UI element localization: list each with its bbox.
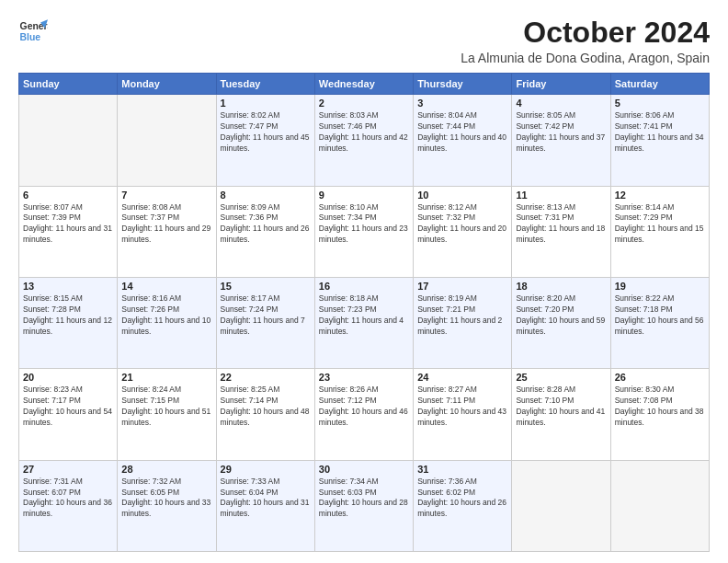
day-number: 25 [516, 372, 606, 383]
week-row-3: 13Sunrise: 8:15 AM Sunset: 7:28 PM Dayli… [19, 277, 710, 368]
day-number: 24 [417, 372, 507, 383]
day-cell: 18Sunrise: 8:20 AM Sunset: 7:20 PM Dayli… [512, 277, 610, 368]
day-number: 7 [121, 190, 211, 201]
header-row: Sunday Monday Tuesday Wednesday Thursday… [19, 74, 710, 95]
day-cell: 12Sunrise: 8:14 AM Sunset: 7:29 PM Dayli… [610, 186, 709, 277]
day-cell: 26Sunrise: 8:30 AM Sunset: 7:08 PM Dayli… [610, 369, 709, 460]
day-info: Sunrise: 8:09 AM Sunset: 7:36 PM Dayligh… [221, 202, 311, 247]
day-cell [19, 95, 118, 186]
day-info: Sunrise: 8:13 AM Sunset: 7:31 PM Dayligh… [516, 202, 606, 247]
week-row-5: 27Sunrise: 7:31 AM Sunset: 6:07 PM Dayli… [19, 460, 710, 551]
day-cell: 1Sunrise: 8:02 AM Sunset: 7:47 PM Daylig… [216, 95, 314, 186]
week-row-4: 20Sunrise: 8:23 AM Sunset: 7:17 PM Dayli… [19, 369, 710, 460]
day-info: Sunrise: 8:10 AM Sunset: 7:34 PM Dayligh… [319, 202, 409, 247]
day-cell: 28Sunrise: 7:32 AM Sunset: 6:05 PM Dayli… [118, 460, 216, 551]
day-cell: 21Sunrise: 8:24 AM Sunset: 7:15 PM Dayli… [118, 369, 216, 460]
day-info: Sunrise: 8:08 AM Sunset: 7:37 PM Dayligh… [121, 202, 211, 247]
col-monday: Monday [118, 74, 216, 95]
day-number: 3 [417, 98, 507, 109]
day-cell: 23Sunrise: 8:26 AM Sunset: 7:12 PM Dayli… [314, 369, 413, 460]
day-cell: 27Sunrise: 7:31 AM Sunset: 6:07 PM Dayli… [19, 460, 118, 551]
month-title: October 2024 [461, 17, 710, 49]
day-info: Sunrise: 8:20 AM Sunset: 7:20 PM Dayligh… [516, 293, 606, 338]
day-info: Sunrise: 8:16 AM Sunset: 7:26 PM Dayligh… [121, 293, 211, 338]
logo: General Blue [18, 17, 48, 46]
day-number: 31 [417, 464, 507, 475]
day-cell: 11Sunrise: 8:13 AM Sunset: 7:31 PM Dayli… [512, 186, 610, 277]
col-thursday: Thursday [414, 74, 512, 95]
day-number: 28 [121, 464, 211, 475]
day-info: Sunrise: 7:36 AM Sunset: 6:02 PM Dayligh… [417, 477, 507, 521]
calendar-table: Sunday Monday Tuesday Wednesday Thursday… [18, 73, 710, 552]
day-info: Sunrise: 8:18 AM Sunset: 7:23 PM Dayligh… [319, 293, 409, 338]
day-number: 5 [615, 98, 705, 109]
page: General Blue October 2024 La Almunia de … [0, 0, 728, 563]
day-cell: 10Sunrise: 8:12 AM Sunset: 7:32 PM Dayli… [414, 186, 512, 277]
day-number: 9 [319, 190, 409, 201]
week-row-1: 1Sunrise: 8:02 AM Sunset: 7:47 PM Daylig… [19, 95, 710, 186]
day-cell [512, 460, 610, 551]
day-cell: 29Sunrise: 7:33 AM Sunset: 6:04 PM Dayli… [216, 460, 314, 551]
day-cell: 25Sunrise: 8:28 AM Sunset: 7:10 PM Dayli… [512, 369, 610, 460]
day-info: Sunrise: 8:28 AM Sunset: 7:10 PM Dayligh… [516, 385, 606, 429]
day-number: 14 [121, 281, 211, 292]
day-info: Sunrise: 8:07 AM Sunset: 7:39 PM Dayligh… [23, 202, 113, 247]
day-cell: 2Sunrise: 8:03 AM Sunset: 7:46 PM Daylig… [314, 95, 413, 186]
day-cell: 6Sunrise: 8:07 AM Sunset: 7:39 PM Daylig… [19, 186, 118, 277]
col-sunday: Sunday [19, 74, 118, 95]
col-tuesday: Tuesday [216, 74, 314, 95]
day-number: 2 [319, 98, 409, 109]
day-info: Sunrise: 8:27 AM Sunset: 7:11 PM Dayligh… [417, 385, 507, 429]
day-number: 10 [417, 190, 507, 201]
day-cell: 13Sunrise: 8:15 AM Sunset: 7:28 PM Dayli… [19, 277, 118, 368]
day-info: Sunrise: 7:31 AM Sunset: 6:07 PM Dayligh… [23, 477, 113, 521]
title-area: October 2024 La Almunia de Dona Godina, … [461, 17, 710, 65]
day-cell [610, 460, 709, 551]
day-number: 23 [319, 372, 409, 383]
day-info: Sunrise: 7:34 AM Sunset: 6:03 PM Dayligh… [319, 477, 409, 521]
day-number: 12 [615, 190, 705, 201]
day-cell: 30Sunrise: 7:34 AM Sunset: 6:03 PM Dayli… [314, 460, 413, 551]
day-number: 6 [23, 190, 113, 201]
day-info: Sunrise: 8:06 AM Sunset: 7:41 PM Dayligh… [615, 110, 705, 155]
day-cell: 24Sunrise: 8:27 AM Sunset: 7:11 PM Dayli… [414, 369, 512, 460]
day-number: 18 [516, 281, 606, 292]
day-number: 4 [516, 98, 606, 109]
day-cell: 8Sunrise: 8:09 AM Sunset: 7:36 PM Daylig… [216, 186, 314, 277]
day-cell: 5Sunrise: 8:06 AM Sunset: 7:41 PM Daylig… [610, 95, 709, 186]
day-info: Sunrise: 8:05 AM Sunset: 7:42 PM Dayligh… [516, 110, 606, 155]
day-info: Sunrise: 8:19 AM Sunset: 7:21 PM Dayligh… [417, 293, 507, 338]
day-info: Sunrise: 8:22 AM Sunset: 7:18 PM Dayligh… [615, 293, 705, 338]
day-cell: 19Sunrise: 8:22 AM Sunset: 7:18 PM Dayli… [610, 277, 709, 368]
day-info: Sunrise: 8:15 AM Sunset: 7:28 PM Dayligh… [23, 293, 113, 338]
day-number: 8 [221, 190, 311, 201]
day-info: Sunrise: 8:24 AM Sunset: 7:15 PM Dayligh… [121, 385, 211, 429]
day-info: Sunrise: 7:33 AM Sunset: 6:04 PM Dayligh… [221, 477, 311, 521]
day-cell: 31Sunrise: 7:36 AM Sunset: 6:02 PM Dayli… [414, 460, 512, 551]
day-number: 21 [121, 372, 211, 383]
day-info: Sunrise: 8:26 AM Sunset: 7:12 PM Dayligh… [319, 385, 409, 429]
day-number: 15 [221, 281, 311, 292]
day-info: Sunrise: 8:25 AM Sunset: 7:14 PM Dayligh… [221, 385, 311, 429]
day-cell: 14Sunrise: 8:16 AM Sunset: 7:26 PM Dayli… [118, 277, 216, 368]
day-cell: 3Sunrise: 8:04 AM Sunset: 7:44 PM Daylig… [414, 95, 512, 186]
day-number: 1 [221, 98, 311, 109]
day-number: 11 [516, 190, 606, 201]
day-info: Sunrise: 8:04 AM Sunset: 7:44 PM Dayligh… [417, 110, 507, 155]
day-number: 13 [23, 281, 113, 292]
day-cell: 4Sunrise: 8:05 AM Sunset: 7:42 PM Daylig… [512, 95, 610, 186]
day-number: 27 [23, 464, 113, 475]
day-number: 30 [319, 464, 409, 475]
day-number: 17 [417, 281, 507, 292]
day-info: Sunrise: 8:02 AM Sunset: 7:47 PM Dayligh… [221, 110, 311, 155]
day-cell: 17Sunrise: 8:19 AM Sunset: 7:21 PM Dayli… [414, 277, 512, 368]
day-info: Sunrise: 8:03 AM Sunset: 7:46 PM Dayligh… [319, 110, 409, 155]
day-cell: 22Sunrise: 8:25 AM Sunset: 7:14 PM Dayli… [216, 369, 314, 460]
col-wednesday: Wednesday [314, 74, 413, 95]
day-number: 22 [221, 372, 311, 383]
location: La Almunia de Dona Godina, Aragon, Spain [461, 51, 710, 65]
day-number: 19 [615, 281, 705, 292]
day-cell: 7Sunrise: 8:08 AM Sunset: 7:37 PM Daylig… [118, 186, 216, 277]
day-info: Sunrise: 8:17 AM Sunset: 7:24 PM Dayligh… [221, 293, 311, 338]
col-friday: Friday [512, 74, 610, 95]
